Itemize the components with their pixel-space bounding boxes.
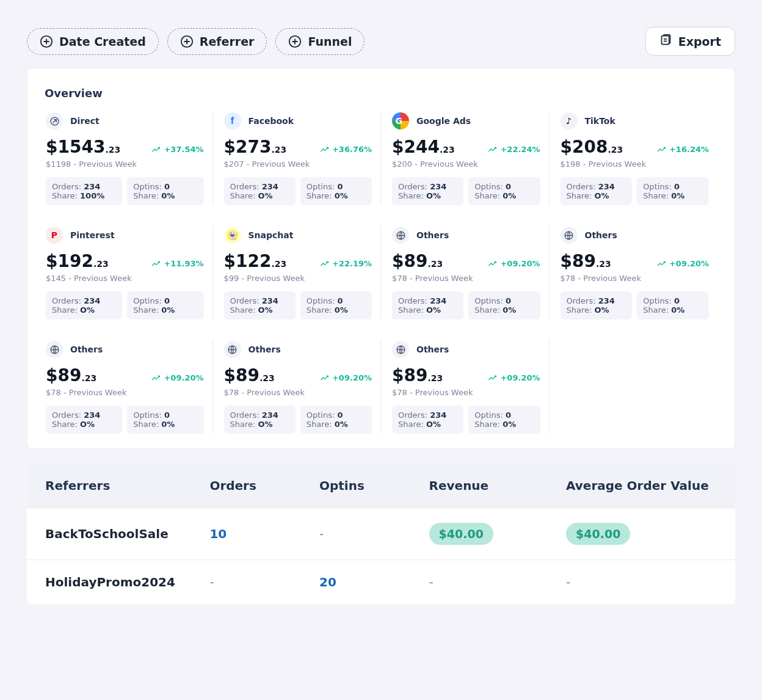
overview-card: Others$89.23+09.20%$78 - Previous WeekOr… [381, 339, 550, 434]
filter-chip-group: Date Created Referrer Funnel [27, 28, 365, 55]
overview-card: Others$89.23+09.20%$78 - Previous WeekOr… [381, 225, 550, 319]
overview-card: PPinterest$192.23+11.93%$145 - Previous … [45, 225, 213, 319]
card-previous: $99 - Previous Week [224, 274, 372, 283]
card-amount: $122.23 [224, 251, 287, 271]
card-amount: $89.23 [392, 365, 443, 385]
card-title: Facebook [249, 116, 294, 126]
facebook-icon: f [224, 112, 241, 129]
card-previous: $78 - Previous Week [224, 388, 372, 397]
card-delta: +09.20% [320, 373, 372, 382]
filter-referrer[interactable]: Referrer [167, 28, 267, 55]
card-title: Others [249, 345, 281, 354]
card-title: Direct [70, 116, 100, 126]
card-delta: +09.20% [151, 373, 203, 382]
filter-funnel[interactable]: Funnel [275, 28, 365, 55]
col-optins: Optins [319, 478, 429, 493]
card-title: Others [416, 345, 449, 354]
globe-icon [224, 341, 241, 358]
card-delta: +09.20% [657, 259, 709, 268]
cell-referrer: BackToSchoolSale [45, 527, 209, 541]
card-optins-tag: Optins: 0Share: 0% [300, 406, 372, 434]
optins: - [319, 527, 429, 541]
card-orders-tag: Orders: 234Share: O% [392, 406, 463, 434]
card-delta: +36.76% [320, 145, 372, 154]
card-optins-tag: Optins: 0Share: 0% [468, 406, 540, 434]
globe-icon [561, 227, 578, 244]
col-aov: Average Order Value [566, 478, 717, 493]
card-previous: $198 - Previous Week [561, 159, 709, 169]
card-title: Others [585, 230, 617, 240]
card-delta: +16.24% [657, 145, 709, 154]
card-title: TikTok [585, 116, 615, 126]
filter-date-created[interactable]: Date Created [27, 28, 159, 55]
export-button[interactable]: Export [645, 27, 735, 56]
card-previous: $145 - Previous Week [46, 274, 204, 283]
orders: - [209, 575, 319, 589]
overview-card: 👻Snapchat$122.23+22.19%$99 - Previous We… [213, 225, 382, 319]
revenue: $40.00 [429, 523, 566, 545]
card-previous: $1198 - Previous Week [46, 159, 204, 169]
card-optins-tag: Optins: 0Share: 0% [127, 406, 203, 434]
card-amount: $273.23 [224, 137, 287, 157]
table-row[interactable]: HolidayPromo2024-20-- [27, 560, 735, 604]
overview-card: Others$89.23+09.20%$78 - Previous WeekOr… [550, 225, 718, 319]
col-orders: Orders [209, 478, 319, 493]
card-amount: $89.23 [561, 251, 611, 271]
card-orders-tag: Orders: 234Share: O% [561, 177, 633, 205]
overview-panel: Overview Direct$1543.23+37.54%$1198 - Pr… [27, 68, 735, 449]
overview-grid: Direct$1543.23+37.54%$1198 - Previous We… [45, 111, 717, 434]
card-orders-tag: Orders: 234Share: O% [46, 406, 122, 434]
card-delta: +22.19% [320, 259, 372, 268]
aov: $40.00 [566, 523, 717, 545]
export-icon [659, 34, 672, 49]
overview-card: Others$89.23+09.20%$78 - Previous WeekOr… [45, 339, 213, 434]
card-optins-tag: Optins: 0Share: 0% [300, 291, 372, 319]
globe-icon [46, 341, 63, 358]
card-orders-tag: Orders: 234Share: O% [392, 291, 463, 319]
card-optins-tag: Optins: 0Share: 0% [468, 291, 540, 319]
table-row[interactable]: BackToSchoolSale10-$40.00$40.00 [27, 508, 735, 560]
filter-label: Date Created [59, 35, 146, 48]
card-title: Snapchat [249, 230, 294, 240]
card-orders-tag: Orders: 234Share: O% [46, 291, 122, 319]
card-amount: $192.23 [46, 251, 109, 271]
card-previous: $200 - Previous Week [392, 159, 540, 169]
overview-card: fFacebook$273.23+36.76%$207 - Previous W… [213, 111, 382, 205]
overview-card: ♪TikTok$208.23+16.24%$198 - Previous Wee… [550, 111, 718, 205]
card-previous: $207 - Previous Week [224, 159, 372, 169]
snapchat-icon: 👻 [224, 227, 241, 244]
card-orders-tag: Orders: 234Share: O% [224, 406, 296, 434]
filter-label: Funnel [308, 35, 352, 48]
card-optins-tag: Optins: 0Share: 0% [637, 177, 709, 205]
export-label: Export [678, 35, 721, 48]
card-title: Pinterest [70, 230, 115, 240]
aov: - [566, 575, 717, 589]
card-title: Google Ads [416, 116, 471, 126]
card-orders-tag: Orders: 234Share: O% [224, 177, 296, 205]
card-previous: $78 - Previous Week [561, 274, 709, 283]
optins: 20 [319, 575, 429, 589]
card-delta: +11.93% [151, 259, 203, 268]
card-previous: $78 - Previous Week [392, 274, 540, 283]
card-orders-tag: Orders: 234Share: 100% [46, 177, 122, 205]
filter-label: Referrer [200, 35, 255, 48]
card-optins-tag: Optins: 0Share: 0% [468, 177, 540, 205]
card-amount: $89.23 [224, 365, 275, 385]
card-delta: +09.20% [488, 259, 540, 268]
cell-referrer: HolidayPromo2024 [45, 575, 209, 589]
card-optins-tag: Optins: 0Share: 0% [127, 177, 203, 205]
card-orders-tag: Orders: 234Share: O% [561, 291, 633, 319]
globe-icon [392, 341, 409, 358]
card-title: Others [70, 345, 103, 354]
revenue: - [429, 575, 566, 589]
overview-card: Direct$1543.23+37.54%$1198 - Previous We… [45, 111, 213, 205]
plus-icon [180, 35, 194, 48]
plus-icon [288, 35, 302, 48]
table-body: BackToSchoolSale10-$40.00$40.00HolidayPr… [27, 508, 735, 604]
card-amount: $208.23 [561, 137, 623, 157]
google-icon: G [392, 112, 409, 129]
col-referrers: Referrers [45, 478, 209, 493]
orders: 10 [209, 527, 319, 541]
direct-icon [46, 112, 63, 129]
pinterest-icon: P [46, 227, 63, 244]
